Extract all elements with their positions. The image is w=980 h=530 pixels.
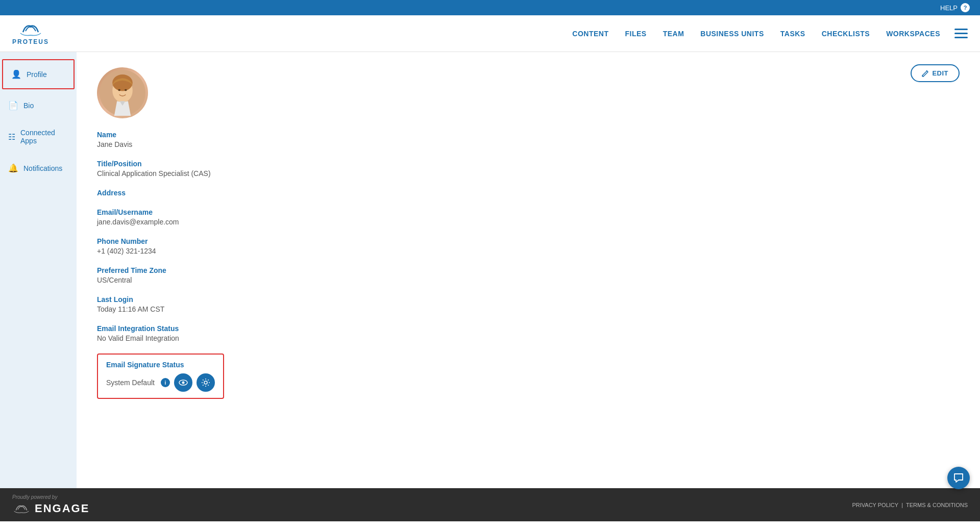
- nav-team[interactable]: TEAM: [663, 30, 684, 38]
- value-timezone: US/Central: [97, 276, 960, 284]
- field-last-login: Last Login Today 11:16 AM CST: [97, 295, 960, 313]
- sidebar-item-bio[interactable]: 📄 Bio: [0, 91, 77, 119]
- info-icon[interactable]: i: [161, 378, 170, 387]
- svg-point-2: [112, 74, 133, 91]
- field-phone: Phone Number +1 (402) 321-1234: [97, 237, 960, 255]
- field-email: Email/Username jane.davis@example.com: [97, 208, 960, 226]
- eye-icon: [179, 378, 188, 387]
- label-title: Title/Position: [97, 160, 960, 168]
- value-last-login: Today 11:16 AM CST: [97, 305, 960, 313]
- avatar: [97, 67, 148, 118]
- value-phone: +1 (402) 321-1234: [97, 247, 960, 255]
- label-email-signature: Email Signature Status: [106, 361, 215, 369]
- privacy-policy-link[interactable]: PRIVACY POLICY: [852, 502, 898, 508]
- hamburger-line-2: [954, 33, 968, 34]
- gear-icon: [201, 378, 210, 387]
- sidebar: 👤 Profile 📄 Bio ☷ Connected Apps 🔔 Notif…: [0, 52, 77, 488]
- sidebar-label-bio: Bio: [23, 102, 34, 110]
- label-timezone: Preferred Time Zone: [97, 266, 960, 274]
- field-email-integration: Email Integration Status No Valid Email …: [97, 324, 960, 342]
- svg-point-3: [118, 89, 120, 91]
- value-email-signature: System Default: [106, 378, 155, 387]
- hamburger-line-1: [954, 29, 968, 30]
- person-icon: 👤: [11, 69, 21, 79]
- proteus-logo-icon: [18, 22, 43, 37]
- top-nav: PROTEUS CONTENT FILES TEAM BUSINESS UNIT…: [0, 15, 980, 52]
- nav-workspaces[interactable]: WORKSPACES: [886, 30, 940, 38]
- edit-button[interactable]: EDIT: [911, 64, 960, 82]
- help-icon[interactable]: ?: [961, 3, 970, 12]
- footer-logo-text: ENGAGE: [35, 502, 89, 515]
- nav-links: CONTENT FILES TEAM BUSINESS UNITS TASKS …: [572, 30, 940, 38]
- svg-point-6: [182, 382, 184, 384]
- field-name: Name Jane Davis: [97, 131, 960, 148]
- value-email-integration: No Valid Email Integration: [97, 334, 960, 342]
- settings-signature-button[interactable]: [197, 373, 215, 392]
- sig-bottom: System Default i: [106, 373, 215, 392]
- footer-powered-by: Proudly powered by: [12, 494, 89, 500]
- logo-text: PROTEUS: [12, 38, 49, 45]
- label-email: Email/Username: [97, 208, 960, 216]
- help-bar: HELP ?: [0, 0, 980, 15]
- field-title: Title/Position Clinical Application Spec…: [97, 160, 960, 178]
- footer-left: Proudly powered by ENGAGE: [12, 494, 89, 515]
- hamburger-menu[interactable]: [954, 29, 968, 38]
- engage-logo-icon: [12, 503, 31, 514]
- nav-checklists[interactable]: CHECKLISTS: [822, 30, 870, 38]
- nav-files[interactable]: FILES: [625, 30, 646, 38]
- label-last-login: Last Login: [97, 295, 960, 304]
- main-layout: 👤 Profile 📄 Bio ☷ Connected Apps 🔔 Notif…: [0, 52, 980, 488]
- hamburger-line-3: [954, 37, 968, 38]
- label-address: Address: [97, 189, 960, 197]
- footer-separator: |: [901, 502, 903, 508]
- logo-area: PROTEUS: [12, 22, 49, 45]
- nav-business-units[interactable]: BUSINESS UNITS: [700, 30, 764, 38]
- value-title: Clinical Application Specialist (CAS): [97, 169, 960, 178]
- sidebar-item-connected-apps[interactable]: ☷ Connected Apps: [0, 119, 77, 154]
- terms-link[interactable]: TERMS & CONDITIONS: [906, 502, 968, 508]
- value-email: jane.davis@example.com: [97, 218, 960, 226]
- avatar-image: [100, 70, 145, 116]
- svg-point-7: [204, 381, 207, 384]
- pencil-icon: [922, 70, 929, 77]
- label-phone: Phone Number: [97, 237, 960, 245]
- sidebar-item-profile[interactable]: 👤 Profile: [2, 59, 75, 89]
- profile-content: EDIT Name: [77, 52, 980, 488]
- svg-point-4: [125, 89, 127, 91]
- footer-links: PRIVACY POLICY | TERMS & CONDITIONS: [852, 502, 968, 508]
- label-email-integration: Email Integration Status: [97, 324, 960, 333]
- email-signature-box: Email Signature Status System Default i: [97, 354, 224, 399]
- sidebar-label-connected-apps: Connected Apps: [20, 129, 68, 145]
- footer-logo: ENGAGE: [12, 502, 89, 515]
- sidebar-label-profile: Profile: [27, 70, 47, 79]
- edit-label: EDIT: [932, 69, 948, 77]
- nav-tasks[interactable]: TASKS: [780, 30, 805, 38]
- nav-content[interactable]: CONTENT: [572, 30, 608, 38]
- view-signature-button[interactable]: [174, 373, 192, 392]
- field-address: Address: [97, 189, 960, 197]
- chat-bubble[interactable]: [947, 467, 970, 489]
- footer: Proudly powered by ENGAGE PRIVACY POLICY…: [0, 488, 980, 521]
- id-card-icon: 📄: [8, 100, 18, 110]
- sidebar-item-notifications[interactable]: 🔔 Notifications: [0, 154, 77, 182]
- apps-icon: ☷: [8, 132, 15, 142]
- sidebar-label-notifications: Notifications: [23, 164, 62, 172]
- bell-icon: 🔔: [8, 163, 18, 173]
- help-label: HELP: [940, 4, 958, 12]
- value-name: Jane Davis: [97, 140, 960, 148]
- field-timezone: Preferred Time Zone US/Central: [97, 266, 960, 284]
- chat-icon: [953, 472, 964, 484]
- label-name: Name: [97, 131, 960, 139]
